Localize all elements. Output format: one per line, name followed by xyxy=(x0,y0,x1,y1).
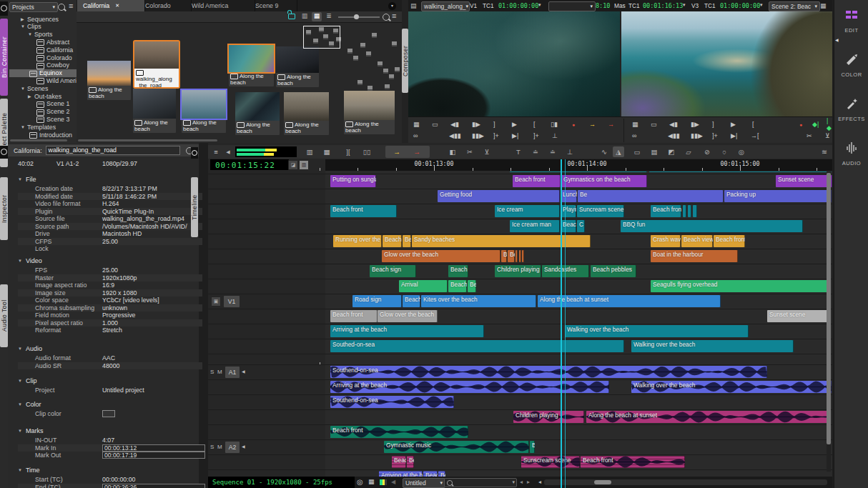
timeline-clip-beach[interactable]: Beach xyxy=(403,295,420,307)
timeline-clip[interactable] xyxy=(693,205,697,217)
tree-item-introduction[interactable]: Introduction xyxy=(16,131,84,139)
transport-step-fwd[interactable]: ▮▶ xyxy=(472,119,480,129)
inspector-tab[interactable]: Inspector xyxy=(0,177,8,240)
timeline-clip-sunset-scene[interactable]: Sunset scene xyxy=(776,175,832,187)
splice-in-arrow[interactable]: → xyxy=(391,146,403,157)
meter-mini-icon[interactable] xyxy=(380,479,387,485)
effect-box[interactable]: ▭ xyxy=(631,146,643,157)
tree-item-equinox[interactable]: Equinox xyxy=(9,69,82,77)
transport-grid[interactable]: ▦ xyxy=(413,119,420,129)
transport-play-to-out[interactable]: ▶| xyxy=(512,131,518,141)
clip-thumbnail[interactable] xyxy=(182,90,226,119)
track-lane-V12[interactable]: Putting on sunglasBeach frontGymnastics … xyxy=(325,174,832,189)
transport-play-r[interactable]: ▶ xyxy=(731,119,736,129)
clip-thumbnail[interactable] xyxy=(235,92,280,121)
transport-record[interactable]: ● xyxy=(572,119,575,129)
track-lane-V1[interactable]: Southed-on-seaWalking over the beach xyxy=(325,339,832,354)
timeline-clip-c[interactable]: C xyxy=(577,220,585,232)
keyframe-tool[interactable]: ◮ xyxy=(613,146,624,157)
timeline-clip-beach-front[interactable]: Beach front xyxy=(651,205,681,217)
track-lane-V6[interactable]: Beach signBeachChildren playingSandcastl… xyxy=(325,264,832,279)
track-lane-A4[interactable]: Children playingAlong the beach at sunse… xyxy=(325,410,832,424)
timeline-clip[interactable] xyxy=(522,250,524,262)
disclosure-triangle-icon[interactable]: ▼ xyxy=(18,259,22,263)
timeline-vscrollbar-thumb[interactable] xyxy=(827,173,831,444)
timeline-view-menu[interactable]: Untitled▾ xyxy=(403,478,445,488)
speaker-muted-icon[interactable]: ◀ xyxy=(391,479,395,485)
cut-scissors[interactable]: ✂ xyxy=(464,146,475,157)
video-quality-button[interactable]: ▦ xyxy=(368,478,375,485)
timeline-clip-kites-over-the-beach[interactable]: Kites over the beach xyxy=(421,295,536,307)
bin-clip-card[interactable]: Along the beach xyxy=(229,45,274,86)
clip-thumbnail[interactable] xyxy=(344,91,395,120)
track-lane-A6[interactable]: Gymnastic musicB xyxy=(325,440,832,454)
timeline-clip-playing[interactable]: Playing xyxy=(561,205,576,217)
clip-name-input[interactable]: walking_along_the_road xyxy=(46,146,180,155)
timeline-clip-seagulls-flying-overhead[interactable]: Seagulls flying overhead xyxy=(651,280,829,292)
timeline-clip-beach-pebbles[interactable]: Beach pebbles xyxy=(591,265,636,277)
transport-trim-b[interactable]: |◆ xyxy=(827,119,832,129)
bin-clip-card[interactable]: Along the beach xyxy=(344,91,395,134)
timeline-clip-be[interactable]: Be xyxy=(468,280,476,292)
timeline-clip-walking-over-the-beach[interactable]: Walking over the beach xyxy=(631,340,794,352)
curve-tool[interactable]: ∿ xyxy=(598,146,610,157)
bin-map-viewport[interactable] xyxy=(303,26,340,49)
timeline-search-field[interactable]: ▾ xyxy=(444,478,517,487)
tree-item-sports[interactable]: ▼Sports xyxy=(16,31,84,39)
monitor-icon[interactable]: ▤ xyxy=(410,2,417,9)
timeline-clip-southend-on-sea[interactable]: Southend-on-sea xyxy=(330,366,767,378)
transport-mark-in-r[interactable]: [ xyxy=(752,119,754,129)
transport-loop[interactable]: ∞ xyxy=(413,131,418,141)
timeline-clip-beach[interactable]: Beach xyxy=(448,265,468,277)
track-lane-V8[interactable]: Running over the sBeachBeSandy beachesCr… xyxy=(325,234,832,249)
timeline-clip-be[interactable]: Be xyxy=(403,235,411,247)
timeline-clip-glow-over-the-beach[interactable]: Glow over the beach xyxy=(378,310,438,322)
timeline-clip-beach-front[interactable]: Beach front xyxy=(513,175,561,187)
track-lane-V10[interactable]: Beach frontIce creamPlayingSuncream scen… xyxy=(325,204,832,219)
trim-mode[interactable]: ][ xyxy=(342,146,354,157)
track-lane-V5[interactable]: ArrivalBeachBeSeagulls flying overhead xyxy=(325,279,832,294)
timeline-clip-arriving-at-the-beach[interactable]: Arriving at the beach xyxy=(330,381,609,393)
disclosure-triangle-icon[interactable]: ▶ xyxy=(21,16,24,21)
track-lane-V9[interactable]: Ice cream manBeachCBBQ fun xyxy=(325,219,832,234)
timeline-clip-beach-front[interactable]: Beach front xyxy=(330,310,378,322)
transport-overwrite[interactable]: → xyxy=(608,119,614,129)
null-icon[interactable]: ⊘ xyxy=(701,146,713,157)
track-lane-A7[interactable]: BeacBeSunscream sceneBeach front xyxy=(325,455,832,469)
timeline-clip-be[interactable]: Be xyxy=(508,250,515,262)
timeline-clip-running-over-the-s[interactable]: Running over the s xyxy=(333,235,382,247)
timeline-clip-packing-up[interactable]: Packing up xyxy=(724,190,832,202)
disclosure-triangle-icon[interactable]: ▼ xyxy=(28,32,32,36)
fast-menu-icon[interactable]: ≡ xyxy=(210,146,222,157)
chevron-down-icon[interactable]: ▾ xyxy=(538,2,541,8)
transport-splice-in[interactable]: → xyxy=(589,119,596,129)
hamburger-menu-icon[interactable]: ≡ xyxy=(69,1,73,10)
timeline-clip-glow-over-the-beach[interactable]: Glow over the beach xyxy=(382,250,500,262)
match-tool[interactable]: ⊻ xyxy=(481,146,493,157)
hamburger-menu-icon[interactable]: ≡ xyxy=(392,11,396,20)
focus-button[interactable]: ◎ xyxy=(357,478,363,486)
timeline-clip[interactable] xyxy=(649,171,832,172)
transport-back-10[interactable]: ◀▮▮ xyxy=(449,131,461,141)
audio-tool-tab[interactable]: Audio Tool xyxy=(0,284,8,347)
composer-tab[interactable]: Composer xyxy=(402,29,408,93)
disclosure-triangle-icon[interactable]: ▼ xyxy=(21,86,25,91)
timeline-edge-menu-button[interactable] xyxy=(191,147,198,159)
timeline-clip-boat-in-the-harbour[interactable]: Boat in the harbour xyxy=(651,250,738,262)
track-lane-A3[interactable]: Southend-on-sea xyxy=(325,395,832,409)
disclosure-triangle-icon[interactable]: ▼ xyxy=(18,468,22,472)
solo-label[interactable]: S xyxy=(210,369,214,375)
transport-fwd-10[interactable]: ▮▮▶ xyxy=(472,131,484,141)
search-icon[interactable] xyxy=(58,4,65,11)
timeline-clip-along-the-beach-at-sunset[interactable]: Along the beach at sunset xyxy=(586,411,829,423)
tree-item-abstract[interactable]: Abstract xyxy=(16,38,84,46)
transport-play[interactable]: ▶ xyxy=(512,119,517,129)
source-patch-v1[interactable]: V1 xyxy=(224,296,240,307)
timeline-clip-southed-on-sea[interactable]: Southed-on-sea xyxy=(330,340,624,352)
track-lane-V4[interactable]: Road signBeachKites over the beachAlong … xyxy=(325,294,832,309)
timeline-clip-beac[interactable]: Beac xyxy=(392,456,406,468)
timeline-clip-beach-front[interactable]: Beach front xyxy=(714,235,745,247)
track-lane-V2[interactable]: Arriving at the beachWalking over the be… xyxy=(325,324,832,339)
waveform-icon[interactable]: ≋ xyxy=(819,146,830,157)
row-value-input[interactable]: 00:00:13:12 xyxy=(102,444,205,452)
